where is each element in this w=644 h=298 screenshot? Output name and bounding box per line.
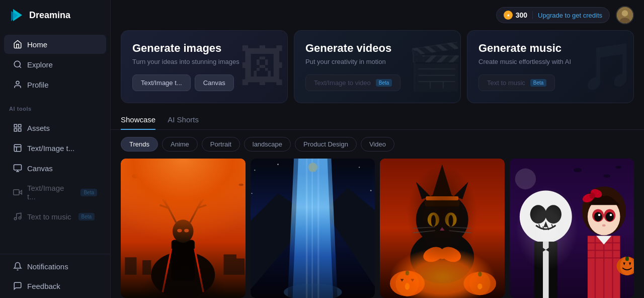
svg-point-67: [431, 215, 436, 227]
svg-marker-127: [628, 263, 631, 266]
filter-row: Trends Anime Portrait landscape Product …: [111, 130, 644, 159]
feedback-icon: [13, 281, 22, 290]
video-beta-badge: Beta: [376, 79, 392, 87]
svg-marker-99: [543, 221, 548, 228]
sidebar: Dreamina Home Explore: [0, 0, 111, 298]
svg-point-114: [589, 188, 603, 199]
sidebar-item-text-image-beta-label: Text/Image t...: [27, 184, 73, 201]
svg-point-77: [390, 271, 425, 296]
svg-rect-33: [142, 260, 151, 275]
text-to-music-button[interactable]: Text to music Beta: [478, 74, 555, 91]
sidebar-item-assets[interactable]: Assets: [4, 118, 106, 137]
gallery-item-2[interactable]: [251, 159, 375, 298]
filter-landscape[interactable]: landscape: [244, 137, 291, 152]
filter-portrait[interactable]: Portrait: [202, 137, 240, 152]
credits-icon: ★: [504, 11, 513, 20]
text-image2-icon: [13, 188, 22, 197]
svg-point-25: [132, 174, 141, 178]
sidebar-item-text-image[interactable]: Text/Image t...: [4, 138, 106, 158]
user-avatar[interactable]: [616, 6, 634, 24]
gallery-image-4: [510, 159, 634, 298]
svg-line-70: [413, 227, 435, 228]
tab-showcase[interactable]: Showcase: [121, 111, 155, 130]
filter-trends[interactable]: Trends: [121, 137, 158, 152]
text-image-button[interactable]: Text/Image t...: [132, 74, 191, 91]
sidebar-item-feedback[interactable]: Feedback: [4, 276, 106, 295]
generate-music-card: Generate music Create music effortlessly…: [467, 30, 634, 103]
header: ★ 300 Upgrade to get credits: [111, 0, 644, 30]
svg-point-82: [405, 283, 410, 290]
tab-ai-shorts[interactable]: AI Shorts: [168, 111, 199, 130]
svg-point-90: [603, 174, 610, 178]
sidebar-item-text-image-beta[interactable]: Text/Image t... Beta: [4, 179, 106, 206]
svg-point-65: [428, 212, 439, 227]
svg-point-36: [151, 252, 215, 298]
svg-marker-60: [416, 182, 431, 199]
music-decoration: 🎵: [578, 37, 634, 97]
svg-point-89: [574, 168, 582, 172]
svg-point-113: [581, 192, 595, 204]
ai-tools-nav: Assets Text/Image t... Canvas: [0, 114, 110, 231]
sidebar-item-home[interactable]: Home: [4, 35, 106, 54]
sidebar-bottom: Notifications Feedback: [0, 254, 110, 298]
svg-rect-32: [125, 257, 136, 275]
sidebar-item-feedback-label: Feedback: [27, 282, 60, 290]
svg-point-98: [545, 205, 561, 224]
sidebar-item-canvas[interactable]: Canvas: [4, 159, 106, 178]
profile-icon: [13, 80, 22, 89]
sidebar-item-explore[interactable]: Explore: [4, 55, 106, 74]
canvas-button[interactable]: Canvas: [195, 74, 234, 91]
svg-marker-50: [292, 159, 333, 298]
logo-area: Dreamina: [0, 0, 110, 30]
svg-point-29: [203, 189, 210, 192]
filter-video[interactable]: Video: [361, 137, 394, 152]
assets-icon: [13, 123, 22, 132]
svg-rect-52: [305, 159, 307, 298]
sidebar-nav: Home Explore Profile: [0, 30, 110, 99]
svg-point-44: [358, 167, 359, 168]
svg-point-97: [530, 205, 546, 224]
filter-anime[interactable]: Anime: [162, 137, 198, 152]
svg-point-38: [173, 219, 194, 243]
upgrade-link[interactable]: Upgrade to get credits: [538, 12, 602, 19]
sidebar-item-text-music[interactable]: Text to music Beta: [4, 207, 106, 226]
svg-point-107: [604, 209, 615, 221]
svg-marker-103: [545, 246, 551, 253]
svg-line-93: [538, 224, 539, 227]
svg-point-4: [16, 81, 19, 84]
credits-area: ★ 300 Upgrade to get credits: [496, 7, 610, 23]
svg-point-106: [592, 209, 604, 221]
svg-point-56: [284, 283, 342, 298]
svg-point-86: [477, 283, 482, 289]
svg-point-59: [416, 193, 468, 246]
svg-marker-69: [440, 227, 444, 231]
svg-point-2: [14, 61, 20, 67]
svg-point-111: [609, 214, 612, 216]
sidebar-item-profile[interactable]: Profile: [4, 75, 106, 94]
svg-point-43: [277, 164, 279, 165]
ai-tools-section-label: AI tools: [0, 99, 110, 114]
svg-point-17: [14, 217, 17, 220]
svg-point-108: [594, 212, 602, 221]
gallery-item-3[interactable]: [380, 159, 505, 298]
generate-images-card: Generate images Turn your ideas into stu…: [121, 30, 288, 103]
beta-badge-video: Beta: [80, 189, 97, 196]
svg-marker-80: [400, 279, 404, 282]
text-to-video-button[interactable]: Text/Image to video Beta: [305, 74, 400, 91]
svg-rect-8: [14, 129, 17, 131]
svg-rect-63: [425, 200, 459, 206]
filter-product-design[interactable]: Product Design: [295, 137, 357, 152]
svg-marker-81: [411, 279, 414, 282]
gallery-item-1[interactable]: [121, 159, 246, 298]
svg-point-18: [19, 217, 21, 219]
credits-count: 300: [516, 11, 527, 19]
sidebar-item-notifications[interactable]: Notifications: [4, 257, 106, 276]
svg-point-46: [251, 193, 252, 194]
svg-rect-9: [14, 144, 21, 152]
music-icon: [13, 212, 22, 221]
svg-point-76: [438, 250, 447, 259]
svg-line-73: [449, 231, 471, 233]
generate-videos-card: Generate videos Put your creativity in m…: [294, 30, 461, 103]
svg-point-91: [615, 166, 621, 169]
gallery-item-4[interactable]: [510, 159, 634, 298]
